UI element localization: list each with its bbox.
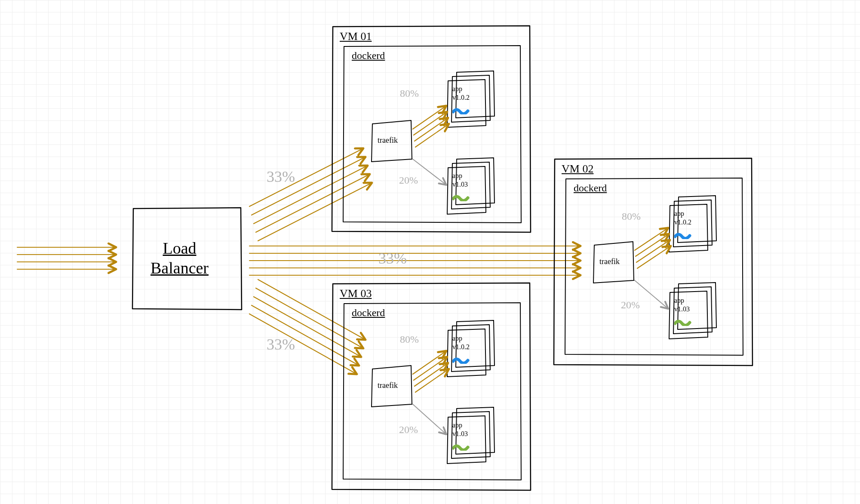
vm01-app2-name: app — [452, 172, 462, 180]
arrows-incoming — [17, 247, 116, 269]
vm01-label: VM 01 — [340, 30, 372, 43]
vm01-app1-ver: v1.0.2 — [452, 94, 470, 101]
vm03-app1-pct: 80% — [400, 334, 419, 345]
vm03-dockerd: dockerd — [352, 307, 385, 319]
vm02-app1-ver: v1.0.2 — [674, 218, 691, 226]
pct-lb-vm03: 33% — [267, 335, 295, 353]
vm02-dockerd: dockerd — [574, 182, 607, 194]
vm01-traefik: traefik — [378, 136, 398, 145]
app-logo-icon — [452, 107, 470, 114]
app-logo-icon — [452, 356, 470, 364]
vm03-app2-name: app — [452, 421, 462, 429]
vm01-app1-pct: 80% — [400, 88, 419, 99]
vm02-app2-pct: 20% — [621, 299, 640, 311]
arrows-lb-vm01 — [249, 148, 372, 241]
vm02-app2-ver: v1.03 — [674, 305, 690, 313]
arrows-lb-vm02 — [249, 246, 580, 275]
vm02-label: VM 02 — [562, 163, 593, 175]
vm01-app2-ver: v1.03 — [452, 181, 468, 188]
vm03-app1-name: app — [452, 335, 462, 342]
app-logo-icon — [674, 231, 691, 239]
app-logo-icon — [452, 443, 470, 451]
pct-lb-vm01: 33% — [267, 168, 295, 186]
vm03-label: VM 03 — [340, 287, 372, 300]
vm02-app1-name: app — [674, 210, 684, 218]
vm02-traefik: traefik — [599, 257, 620, 266]
app-logo-icon — [674, 318, 691, 326]
vm03-app2-ver: v1.03 — [452, 430, 468, 438]
vm03-traefik: traefik — [378, 381, 398, 390]
vm02-app2-name: app — [674, 297, 684, 304]
vm03-app1-ver: v1.0.2 — [452, 343, 470, 351]
pct-lb-vm02: 33% — [378, 249, 407, 267]
app-logo-icon — [452, 194, 470, 201]
load-balancer-label: Load Balancer — [150, 239, 209, 278]
vm01-dockerd: dockerd — [352, 50, 385, 61]
vm01-app1-name: app — [452, 85, 462, 93]
vm01-app2-pct: 20% — [399, 175, 418, 186]
diagram-canvas — [0, 0, 860, 504]
vm03-app2-pct: 20% — [399, 424, 418, 436]
vm02-app1-pct: 80% — [622, 211, 641, 222]
